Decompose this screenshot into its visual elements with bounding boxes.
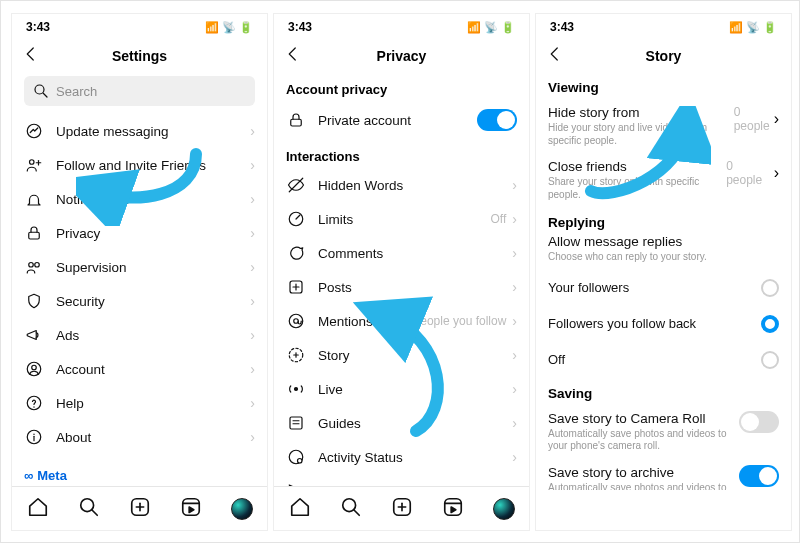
row-mentions[interactable]: MentionsPeople you follow› <box>286 304 517 338</box>
guides-icon <box>286 414 306 432</box>
add-user-icon <box>24 156 44 174</box>
svg-rect-47 <box>444 498 461 515</box>
radio-on[interactable] <box>761 315 779 333</box>
row-activity-status[interactable]: Activity Status› <box>286 440 517 474</box>
tabbar <box>12 486 267 530</box>
radio-off[interactable] <box>761 279 779 297</box>
allow-replies-block: Allow message replies Choose who can rep… <box>548 234 779 264</box>
tabbar <box>274 486 529 530</box>
meta-logo: Meta <box>37 468 67 483</box>
row-live[interactable]: Live› <box>286 372 517 406</box>
chevron-right-icon: › <box>250 293 255 309</box>
chevron-right-icon: › <box>774 164 779 182</box>
page-title: Story <box>646 48 682 64</box>
shield-icon <box>24 292 44 310</box>
back-icon[interactable] <box>22 45 40 68</box>
svg-rect-6 <box>29 232 40 239</box>
row-security[interactable]: Security› <box>24 284 255 318</box>
row-guides[interactable]: Guides› <box>286 406 517 440</box>
chevron-right-icon: › <box>250 395 255 411</box>
chevron-right-icon: › <box>250 429 255 445</box>
private-account-toggle[interactable] <box>477 109 517 131</box>
page-title: Settings <box>112 48 167 64</box>
home-icon[interactable] <box>289 496 311 522</box>
row-story[interactable]: Story› <box>286 338 517 372</box>
row-hidden-words[interactable]: Hidden Words› <box>286 168 517 202</box>
hidden-icon <box>286 176 306 194</box>
svg-point-7 <box>29 263 34 268</box>
row-account[interactable]: Account› <box>24 352 255 386</box>
svg-rect-21 <box>182 498 199 515</box>
section-account-privacy: Account privacy <box>286 82 517 97</box>
chevron-right-icon: › <box>512 245 517 261</box>
row-supervision[interactable]: Supervision› <box>24 250 255 284</box>
status-icons: 📶📡🔋 <box>202 20 253 34</box>
privacy-screen: 3:43 📶📡🔋 Privacy Account privacy Private… <box>273 13 530 531</box>
chevron-right-icon: › <box>250 191 255 207</box>
status-bar: 3:43 📶📡🔋 <box>536 14 791 40</box>
posts-icon <box>286 278 306 296</box>
header: Privacy <box>274 40 529 72</box>
section-viewing: Viewing <box>548 80 779 95</box>
settings-screen: 3:43 📶📡🔋 Settings Search Update messagin… <box>11 13 268 531</box>
row-save-camera-roll: Save story to Camera RollAutomatically s… <box>548 405 779 459</box>
option-off[interactable]: Off <box>548 342 779 378</box>
chevron-right-icon: › <box>250 259 255 275</box>
row-notifications[interactable]: Notifications› <box>24 182 255 216</box>
reels-icon[interactable] <box>442 496 464 522</box>
reels-icon[interactable] <box>180 496 202 522</box>
create-icon[interactable] <box>391 496 413 522</box>
row-comments[interactable]: Comments› <box>286 236 517 270</box>
live-icon <box>286 380 306 398</box>
row-hide-story-from[interactable]: Hide story fromHide your story and live … <box>548 99 779 153</box>
svg-point-8 <box>35 263 40 268</box>
option-your-followers[interactable]: Your followers <box>548 270 779 306</box>
radio-off[interactable] <box>761 351 779 369</box>
home-icon[interactable] <box>27 496 49 522</box>
lock-icon <box>286 111 306 129</box>
status-time: 3:43 <box>288 20 312 34</box>
save-archive-toggle[interactable] <box>739 465 779 487</box>
section-saving: Saving <box>548 386 779 401</box>
profile-avatar[interactable] <box>231 498 253 520</box>
row-about[interactable]: About› <box>24 420 255 454</box>
chevron-right-icon: › <box>512 279 517 295</box>
search-tab-icon[interactable] <box>340 496 362 522</box>
messaging-icon <box>24 122 44 140</box>
row-update-messaging[interactable]: Update messaging› <box>24 114 255 148</box>
svg-point-39 <box>298 459 303 464</box>
row-help[interactable]: Help› <box>24 386 255 420</box>
megaphone-icon <box>24 326 44 344</box>
back-icon[interactable] <box>546 45 564 68</box>
svg-line-1 <box>43 93 47 97</box>
back-icon[interactable] <box>284 45 302 68</box>
svg-line-43 <box>353 509 359 515</box>
chevron-right-icon: › <box>774 110 779 128</box>
svg-line-17 <box>91 509 97 515</box>
activity-icon <box>286 448 306 466</box>
limits-icon <box>286 210 306 228</box>
row-posts[interactable]: Posts› <box>286 270 517 304</box>
info-icon <box>24 428 44 446</box>
bell-icon <box>24 190 44 208</box>
account-icon <box>24 360 44 378</box>
row-privacy[interactable]: Privacy› <box>24 216 255 250</box>
svg-point-10 <box>32 365 37 370</box>
search-input[interactable]: Search <box>24 76 255 106</box>
search-tab-icon[interactable] <box>78 496 100 522</box>
row-ads[interactable]: Ads› <box>24 318 255 352</box>
option-followers-you-follow-back[interactable]: Followers you follow back <box>548 306 779 342</box>
header: Story <box>536 40 791 72</box>
status-bar: 3:43 📶📡🔋 <box>274 14 529 40</box>
row-limits[interactable]: LimitsOff› <box>286 202 517 236</box>
create-icon[interactable] <box>129 496 151 522</box>
row-close-friends[interactable]: Close friendsShare your story only with … <box>548 153 779 207</box>
profile-avatar[interactable] <box>493 498 515 520</box>
save-camera-roll-toggle[interactable] <box>739 411 779 433</box>
chevron-right-icon: › <box>250 327 255 343</box>
story-icon <box>286 346 306 364</box>
chevron-right-icon: › <box>512 313 517 329</box>
status-time: 3:43 <box>26 20 50 34</box>
row-follow-invite[interactable]: Follow and Invite Friends› <box>24 148 255 182</box>
page-title: Privacy <box>377 48 427 64</box>
